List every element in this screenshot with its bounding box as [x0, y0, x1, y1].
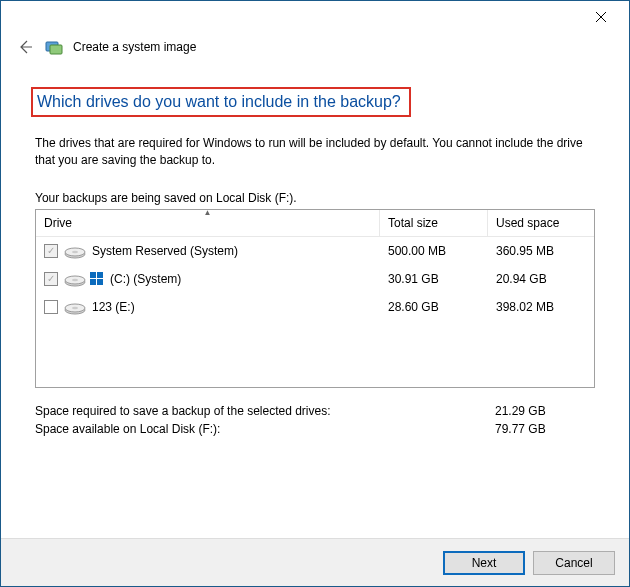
drive-checkbox[interactable] — [44, 300, 58, 314]
heading-highlight: Which drives do you want to include in t… — [31, 87, 411, 117]
svg-rect-1 — [50, 45, 62, 54]
drive-icon — [64, 243, 86, 259]
drive-label: (C:) (System) — [110, 272, 181, 286]
table-row[interactable]: (C:) (System)30.91 GB20.94 GB — [36, 265, 594, 293]
sort-indicator-icon: ▲ — [204, 208, 212, 217]
back-button[interactable] — [15, 37, 35, 57]
drive-table: Drive ▲ Total size Used space System Res… — [35, 209, 595, 388]
column-drive-label: Drive — [44, 216, 72, 230]
svg-point-7 — [72, 278, 78, 280]
drive-cell: 123 (E:) — [44, 299, 388, 315]
windows-logo-icon — [90, 272, 104, 286]
drive-label: System Reserved (System) — [92, 244, 238, 258]
drive-cell: System Reserved (System) — [44, 243, 388, 259]
summary-available-value: 79.77 GB — [495, 422, 595, 436]
table-row[interactable]: 123 (E:)28.60 GB398.02 MB — [36, 293, 594, 321]
drive-total-size: 500.00 MB — [388, 244, 496, 258]
summary-section: Space required to save a backup of the s… — [35, 402, 595, 438]
content-area: Which drives do you want to include in t… — [1, 61, 629, 438]
drive-checkbox — [44, 244, 58, 258]
svg-rect-8 — [90, 272, 96, 278]
page-heading: Which drives do you want to include in t… — [37, 93, 401, 111]
header-row: Create a system image — [1, 33, 629, 61]
column-total-size[interactable]: Total size — [380, 210, 488, 236]
drive-cell: (C:) (System) — [44, 271, 388, 287]
cancel-button[interactable]: Cancel — [533, 551, 615, 575]
drive-used-space: 398.02 MB — [496, 300, 586, 314]
table-row[interactable]: System Reserved (System)500.00 MB360.95 … — [36, 237, 594, 265]
window-title: Create a system image — [73, 40, 196, 54]
svg-rect-11 — [97, 279, 103, 285]
summary-available-label: Space available on Local Disk (F:): — [35, 422, 220, 436]
svg-rect-10 — [90, 279, 96, 285]
svg-point-14 — [72, 306, 78, 308]
table-header: Drive ▲ Total size Used space — [36, 210, 594, 237]
next-button[interactable]: Next — [443, 551, 525, 575]
drive-used-space: 20.94 GB — [496, 272, 586, 286]
drive-used-space: 360.95 MB — [496, 244, 586, 258]
system-image-icon — [45, 38, 63, 56]
description-text: The drives that are required for Windows… — [35, 135, 595, 169]
summary-required-value: 21.29 GB — [495, 404, 595, 418]
summary-required-label: Space required to save a backup of the s… — [35, 404, 331, 418]
saving-location-text: Your backups are being saved on Local Di… — [35, 191, 595, 205]
summary-required: Space required to save a backup of the s… — [35, 402, 595, 420]
drive-icon — [64, 271, 86, 287]
drive-total-size: 30.91 GB — [388, 272, 496, 286]
drive-icon — [64, 299, 86, 315]
summary-available: Space available on Local Disk (F:): 79.7… — [35, 420, 595, 438]
drive-total-size: 28.60 GB — [388, 300, 496, 314]
drive-checkbox — [44, 272, 58, 286]
column-drive[interactable]: Drive ▲ — [36, 210, 380, 236]
titlebar — [1, 1, 629, 33]
drive-label: 123 (E:) — [92, 300, 135, 314]
table-body: System Reserved (System)500.00 MB360.95 … — [36, 237, 594, 387]
column-used-space[interactable]: Used space — [488, 210, 594, 236]
svg-point-4 — [72, 250, 78, 252]
svg-rect-9 — [97, 272, 103, 278]
close-button[interactable] — [581, 3, 621, 31]
footer: Next Cancel — [1, 538, 629, 586]
